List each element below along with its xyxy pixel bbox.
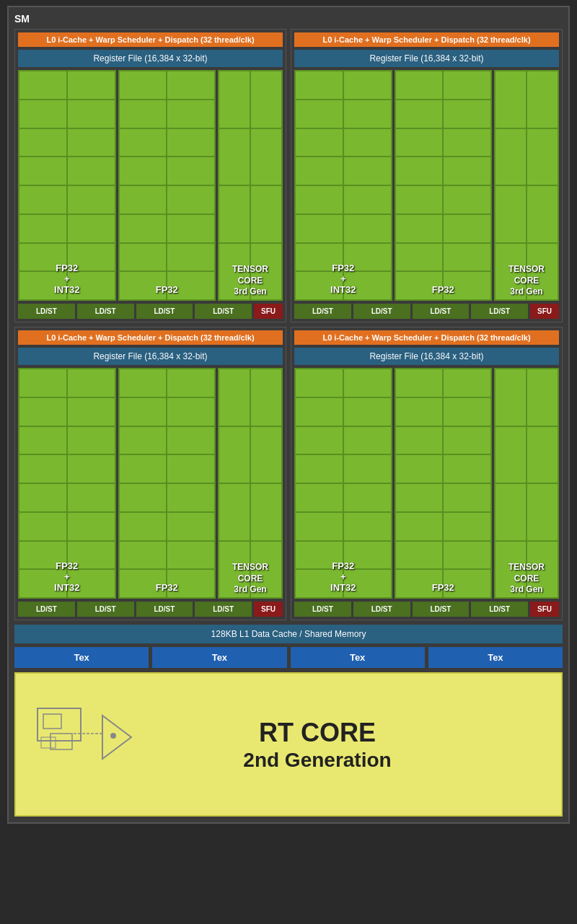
- tensor-block-3: TENSORCORE3rd Gen: [218, 368, 283, 599]
- quadrants-grid: L0 i-Cache + Warp Scheduler + Dispatch (…: [14, 29, 563, 620]
- tensor-block-1: TENSORCORE3rd Gen: [218, 70, 283, 301]
- svg-rect-1: [43, 714, 61, 729]
- ldst-2-4: LD/ST: [471, 304, 528, 319]
- quadrant-3: L0 i-Cache + Warp Scheduler + Dispatch (…: [14, 327, 286, 620]
- quadrant-1: L0 i-Cache + Warp Scheduler + Dispatch (…: [14, 29, 286, 322]
- sm-container: SM L0 i-Cache + Warp Scheduler + Dispatc…: [7, 6, 570, 824]
- fp32-int32-block-3: FP32+INT32: [18, 368, 116, 599]
- fp32-int32-block-4: FP32+INT32: [294, 368, 392, 599]
- compute-units-2: FP32+INT32 FP32: [294, 70, 559, 301]
- ldst-3-3: LD/ST: [136, 602, 193, 617]
- bottom-units-4: LD/ST LD/ST LD/ST LD/ST SFU: [294, 602, 559, 617]
- rt-core-diagram-svg: [30, 694, 146, 795]
- l0-bar-4: L0 i-Cache + Warp Scheduler + Dispatch (…: [294, 330, 559, 345]
- fp32-block-1: FP32: [118, 70, 216, 301]
- ldst-3-2: LD/ST: [77, 602, 134, 617]
- l0-bar-2: L0 i-Cache + Warp Scheduler + Dispatch (…: [294, 32, 559, 47]
- svg-marker-4: [102, 716, 131, 759]
- tex-block-4: Tex: [428, 647, 563, 668]
- sfu-2: SFU: [530, 304, 559, 319]
- svg-rect-3: [41, 737, 56, 748]
- rt-core-section: RT CORE 2nd Generation: [14, 672, 563, 817]
- rt-core-subtitle: 2nd Generation: [243, 749, 391, 772]
- ldst-4-4: LD/ST: [471, 602, 528, 617]
- fp32-block-2: FP32: [395, 70, 493, 301]
- tex-block-2: Tex: [152, 647, 286, 668]
- ldst-1-2: LD/ST: [77, 304, 134, 319]
- svg-point-6: [110, 733, 116, 739]
- ldst-4-3: LD/ST: [413, 602, 470, 617]
- compute-units-4: FP32+INT32 FP32: [294, 368, 559, 599]
- quadrant-2: L0 i-Cache + Warp Scheduler + Dispatch (…: [291, 29, 563, 322]
- register-file-3: Register File (16,384 x 32-bit): [18, 348, 283, 365]
- fp32-int32-block-1: FP32+INT32: [18, 70, 116, 301]
- fp32-block-3: FP32: [118, 368, 216, 599]
- tensor-block-2: TENSORCORE3rd Gen: [494, 70, 559, 301]
- rt-core-text: RT CORE 2nd Generation: [243, 717, 391, 771]
- register-file-2: Register File (16,384 x 32-bit): [294, 50, 559, 67]
- tex-row: Tex Tex Tex Tex: [14, 647, 563, 668]
- tex-block-1: Tex: [14, 647, 149, 668]
- l0-bar-1: L0 i-Cache + Warp Scheduler + Dispatch (…: [18, 32, 283, 47]
- bottom-units-2: LD/ST LD/ST LD/ST LD/ST SFU: [294, 304, 559, 319]
- ldst-2-1: LD/ST: [294, 304, 351, 319]
- bottom-units-3: LD/ST LD/ST LD/ST LD/ST SFU: [18, 602, 283, 617]
- register-file-1: Register File (16,384 x 32-bit): [18, 50, 283, 67]
- ldst-4-1: LD/ST: [294, 602, 351, 617]
- compute-units-3: FP32+INT32 FP32: [18, 368, 283, 599]
- bottom-units-1: LD/ST LD/ST LD/ST LD/ST SFU: [18, 304, 283, 319]
- tensor-block-4: TENSORCORE3rd Gen: [494, 368, 559, 599]
- l0-bar-3: L0 i-Cache + Warp Scheduler + Dispatch (…: [18, 330, 283, 345]
- sm-label: SM: [14, 13, 563, 25]
- register-file-4: Register File (16,384 x 32-bit): [294, 348, 559, 365]
- quadrant-4: L0 i-Cache + Warp Scheduler + Dispatch (…: [291, 327, 563, 620]
- sfu-1: SFU: [254, 304, 283, 319]
- svg-rect-0: [38, 708, 81, 741]
- ldst-2-3: LD/ST: [413, 304, 470, 319]
- fp32-block-4: FP32: [395, 368, 493, 599]
- ldst-2-2: LD/ST: [353, 304, 410, 319]
- rt-core-title: RT CORE: [243, 717, 391, 748]
- sfu-3: SFU: [254, 602, 283, 617]
- ldst-4-2: LD/ST: [353, 602, 410, 617]
- ldst-1-1: LD/ST: [18, 304, 75, 319]
- l1-cache-bar: 128KB L1 Data Cache / Shared Memory: [14, 625, 563, 643]
- compute-units-1: FP32+INT32 FP32: [18, 70, 283, 301]
- sfu-4: SFU: [530, 602, 559, 617]
- ldst-1-4: LD/ST: [195, 304, 252, 319]
- ldst-3-1: LD/ST: [18, 602, 75, 617]
- ldst-1-3: LD/ST: [136, 304, 193, 319]
- ldst-3-4: LD/ST: [195, 602, 252, 617]
- tex-block-3: Tex: [291, 647, 425, 668]
- fp32-int32-block-2: FP32+INT32: [294, 70, 392, 301]
